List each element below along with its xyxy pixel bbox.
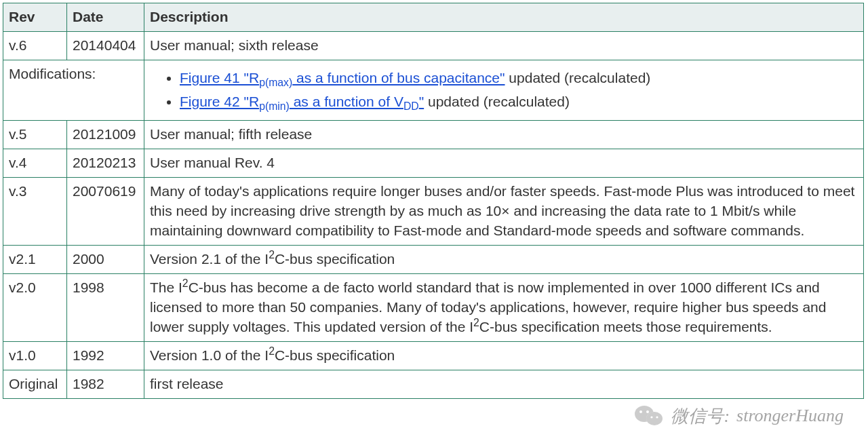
cell-date: 20140404 [67,31,144,60]
table-row: v2.0 1998 The I2C-bus has become a de fa… [3,273,864,341]
col-header-rev: Rev [3,3,67,32]
mod-suffix: updated (recalculated) [505,70,651,85]
figure-link-41[interactable]: Figure 41 "Rp(max) as a function of bus … [180,70,505,85]
table-row: v.6 20140404 User manual; sixth release [3,31,864,60]
cell-date: 20121009 [67,120,144,149]
cell-rev: v.3 [3,177,67,245]
modifications-list: Figure 41 "Rp(max) as a function of bus … [150,69,858,112]
table-row: v1.0 1992 Version 1.0 of the I2C-bus spe… [3,341,864,370]
cell-rev: v.6 [3,31,67,60]
cell-desc: first release [144,370,864,398]
cell-rev: Original [3,370,67,398]
revision-history-table: Rev Date Description v.6 20140404 User m… [3,3,864,399]
cell-mod-list: Figure 41 "Rp(max) as a function of bus … [144,60,864,120]
cell-desc: Version 1.0 of the I2C-bus specification [144,341,864,370]
cell-rev: v.4 [3,149,67,177]
table-row: v.5 20121009 User manual; fifth release [3,120,864,149]
cell-desc: User manual; fifth release [144,120,864,149]
cell-date: 20070619 [67,177,144,245]
mod-suffix: updated (recalculated) [424,94,570,109]
cell-date: 20120213 [67,149,144,177]
table-row-modifications: Modifications: Figure 41 "Rp(max) as a f… [3,60,864,120]
list-item: Figure 41 "Rp(max) as a function of bus … [180,69,858,88]
figure-link-42[interactable]: Figure 42 "Rp(min) as a function of VDD" [180,94,424,109]
cell-desc: Many of today's applications require lon… [144,177,864,245]
cell-date: 1998 [67,273,144,341]
cell-mod-label: Modifications: [3,60,144,120]
cell-rev: v2.1 [3,245,67,273]
col-header-date: Date [67,3,144,32]
cell-rev: v2.0 [3,273,67,341]
cell-rev: v.5 [3,120,67,149]
cell-desc: The I2C-bus has become a de facto world … [144,273,864,341]
table-row: v.3 20070619 Many of today's application… [3,177,864,245]
cell-rev: v1.0 [3,341,67,370]
table-row: v2.1 2000 Version 2.1 of the I2C-bus spe… [3,245,864,273]
cell-desc: User manual; sixth release [144,31,864,60]
col-header-desc: Description [144,3,864,32]
cell-desc: User manual Rev. 4 [144,149,864,177]
cell-date: 1992 [67,341,144,370]
table-row: v.4 20120213 User manual Rev. 4 [3,149,864,177]
cell-desc: Version 2.1 of the I2C-bus specification [144,245,864,273]
table-row: Original 1982 first release [3,370,864,398]
cell-date: 2000 [67,245,144,273]
list-item: Figure 42 "Rp(min) as a function of VDD"… [180,92,858,112]
cell-date: 1982 [67,370,144,398]
